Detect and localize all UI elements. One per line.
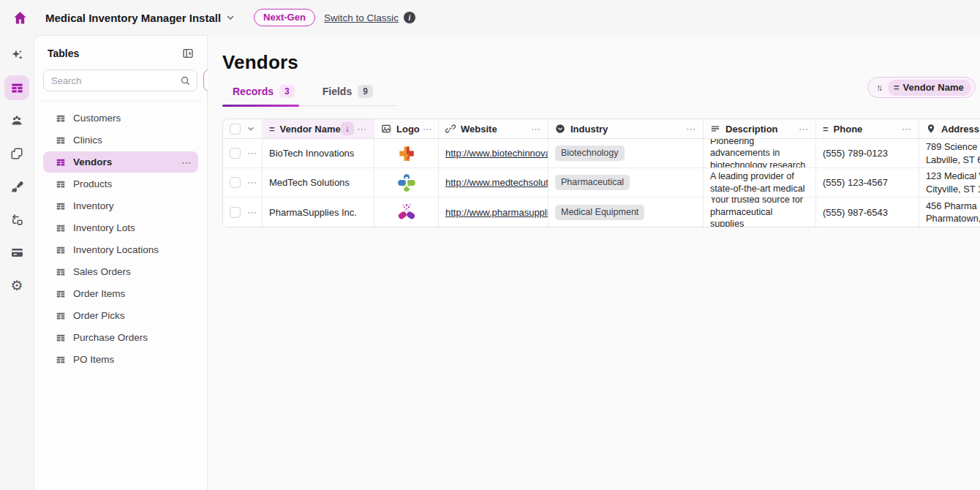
sidebar-title: Tables: [48, 48, 79, 59]
sidebar-item-po-items[interactable]: PO Items: [43, 349, 198, 370]
members-icon[interactable]: [4, 108, 29, 133]
nextgen-badge: Next-Gen: [254, 9, 315, 26]
table-row[interactable]: ⋯ PharmaSupplies Inc.: [223, 197, 980, 227]
text-field-icon: =: [823, 124, 829, 135]
chevron-down-icon[interactable]: [247, 125, 255, 132]
column-menu-icon[interactable]: ⋯: [683, 124, 696, 135]
sidebar-item-order-picks[interactable]: Order Picks: [43, 305, 198, 326]
text-field-icon: =: [894, 82, 900, 93]
row-checkbox[interactable]: [230, 177, 241, 188]
table-search: [43, 69, 197, 91]
table-row[interactable]: ⋯ MedTech Solutions: [223, 168, 980, 197]
select-all-checkbox[interactable]: [230, 124, 241, 135]
sidebar-item-inventory-lots[interactable]: Inventory Lots: [43, 217, 198, 238]
address-cell: 456 Pharma LanPharmatown, ST: [926, 200, 980, 225]
column-menu-icon[interactable]: ⋯: [528, 124, 541, 135]
address-cell: 123 Medical WayCityville, ST 123-: [926, 170, 980, 195]
main-content: Vendors Records 3 Fields 9 ↑↓ = Vendor N…: [208, 35, 980, 490]
switch-to-classic-link[interactable]: Switch to Classic: [324, 12, 399, 23]
billing-card-icon[interactable]: [4, 240, 29, 265]
sidebar-item-inventory-locations[interactable]: Inventory Locations: [43, 239, 198, 260]
row-checkbox[interactable]: [230, 148, 241, 159]
grid-header: = Vendor Name ↓ ⋯ Logo ⋯ Website: [223, 119, 980, 139]
table-list: Customers Clinics Vendors ⋯ Products Inv…: [43, 108, 198, 370]
info-icon[interactable]: i: [404, 12, 415, 23]
sort-control[interactable]: ↑↓ = Vendor Name: [867, 77, 976, 98]
website-link[interactable]: http://www.biotechinnova...: [445, 148, 549, 159]
sidebar-item-purchase-orders[interactable]: Purchase Orders: [43, 327, 198, 348]
divider: [40, 101, 201, 102]
industry-tag: Pharmaceutical: [555, 175, 630, 190]
location-field-icon: [926, 124, 936, 134]
base-switcher[interactable]: Medical Inventory Manager Install: [45, 12, 235, 24]
settings-gear-icon[interactable]: ⚙: [4, 273, 29, 298]
column-header-description[interactable]: Description ⋯: [704, 119, 816, 139]
table-icon: [56, 289, 66, 299]
vendor-name-cell: MedTech Solutions: [269, 177, 350, 188]
row-checkbox[interactable]: [230, 207, 241, 218]
column-header-industry[interactable]: Industry ⋯: [549, 119, 704, 139]
column-menu-icon[interactable]: ⋯: [796, 124, 809, 135]
table-row[interactable]: ⋯ BioTech Innovations http://www.biotech…: [223, 139, 980, 168]
column-header-vendor-name[interactable]: = Vendor Name ↓ ⋯: [263, 119, 374, 139]
description-cell: Your trusted source for pharmaceutical s…: [710, 197, 809, 227]
cross-flame-logo: [396, 143, 417, 164]
grid-body: ⋯ BioTech Innovations http://www.biotech…: [223, 139, 980, 227]
app-title: Medical Inventory Manager Install: [45, 12, 221, 24]
table-icon: [56, 333, 66, 343]
sidebar-item-sales-orders[interactable]: Sales Orders: [43, 261, 198, 282]
records-grid: = Vendor Name ↓ ⋯ Logo ⋯ Website: [222, 118, 980, 227]
table-icon: [56, 267, 66, 277]
sidebar-item-order-items[interactable]: Order Items: [43, 283, 198, 304]
sort-arrows-icon: ↑↓: [876, 83, 883, 93]
view-tabs: Records 3 Fields 9: [222, 85, 396, 106]
paintbrush-icon[interactable]: [4, 174, 29, 199]
column-header-logo[interactable]: Logo ⋯: [374, 119, 439, 139]
sidebar-item-clinics[interactable]: Clinics: [43, 129, 198, 151]
image-field-icon: [381, 124, 391, 134]
sidebar-item-products[interactable]: Products: [43, 173, 198, 195]
pill-sparks-logo: [396, 202, 417, 222]
page-title: Vendors: [222, 51, 980, 74]
table-icon: [56, 355, 66, 365]
row-menu-icon[interactable]: ⋯: [247, 148, 257, 159]
select-field-icon: [555, 124, 565, 134]
table-icon: [56, 311, 66, 321]
sidebar-item-customers[interactable]: Customers: [43, 108, 198, 129]
sparkles-icon[interactable]: [4, 42, 29, 67]
search-input[interactable]: [51, 75, 180, 86]
collapse-sidebar-icon[interactable]: [181, 46, 195, 61]
phone-cell: (555) 987-6543: [823, 207, 888, 218]
column-header-website[interactable]: Website ⋯: [439, 119, 549, 139]
pages-icon[interactable]: [4, 141, 29, 166]
column-menu-icon[interactable]: ⋯: [420, 124, 433, 135]
address-cell: 789 Science StreLabville, ST 6785: [926, 140, 980, 166]
fields-count-badge: 9: [358, 85, 373, 98]
table-icon: [56, 113, 66, 124]
website-link[interactable]: http://www.medtechsolut...: [445, 177, 549, 188]
topbar: Medical Inventory Manager Install Next-G…: [0, 0, 980, 35]
column-header-address[interactable]: Address: [919, 119, 980, 139]
sidebar-item-vendors[interactable]: Vendors ⋯: [43, 151, 198, 173]
vendor-name-cell: PharmaSupplies Inc.: [269, 207, 357, 218]
sidebar-item-inventory[interactable]: Inventory: [43, 195, 198, 216]
sort-field-chip: = Vendor Name: [888, 80, 971, 96]
tables-icon[interactable]: [4, 75, 29, 100]
cross-figure-logo: [396, 173, 417, 193]
website-link[interactable]: http://www.pharmasuppli...: [445, 207, 549, 218]
home-button[interactable]: [10, 8, 29, 27]
table-menu-icon[interactable]: ⋯: [181, 157, 192, 168]
row-menu-icon[interactable]: ⋯: [247, 177, 257, 188]
column-menu-icon[interactable]: ⋯: [354, 124, 367, 135]
tab-records[interactable]: Records 3: [222, 85, 299, 105]
column-menu-icon[interactable]: ⋯: [899, 124, 912, 135]
records-count-badge: 3: [279, 85, 295, 98]
description-cell: A leading provider of state-of-the-art m…: [710, 170, 809, 195]
column-header-phone[interactable]: = Phone ⋯: [816, 119, 919, 139]
automation-icon[interactable]: [4, 207, 29, 232]
long-text-field-icon: [710, 124, 720, 134]
tab-fields[interactable]: Fields 9: [318, 85, 377, 105]
industry-tag: Medical Equipment: [555, 205, 644, 220]
row-menu-icon[interactable]: ⋯: [247, 207, 257, 218]
table-icon: [56, 223, 66, 233]
